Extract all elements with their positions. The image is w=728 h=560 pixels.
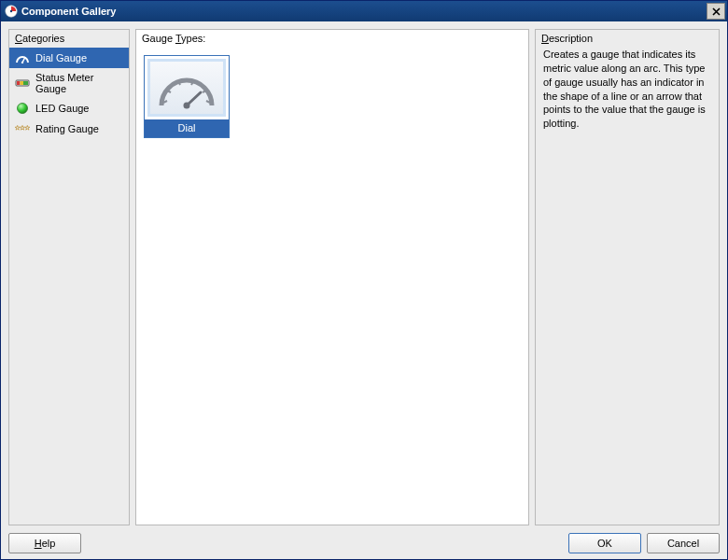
- dial-thumbnail-icon: [147, 59, 226, 117]
- gauge-types-heading: Gauge Types:: [136, 30, 528, 48]
- status-meter-icon: [15, 77, 30, 90]
- description-text: Creates a gauge that indicates its metri…: [536, 48, 719, 525]
- gauge-type-label: Dial: [145, 119, 229, 137]
- rating-stars-icon: [15, 122, 30, 135]
- category-label: LED Gauge: [35, 103, 89, 114]
- svg-point-8: [18, 104, 28, 114]
- component-gallery-dialog: Component Gallery Categories: [0, 0, 728, 560]
- close-icon: [712, 7, 721, 16]
- window-title: Component Gallery: [21, 6, 116, 17]
- dialog-body: Categories Dial Gauge: [1, 21, 727, 559]
- description-heading: Description: [536, 30, 719, 48]
- categories-panel: Categories Dial Gauge: [8, 29, 130, 525]
- led-icon: [15, 102, 30, 115]
- category-label: Status Meter Gauge: [35, 72, 123, 94]
- gauge-types-list: Dial: [136, 48, 528, 525]
- help-button[interactable]: Help: [8, 533, 81, 553]
- app-icon: [5, 5, 18, 18]
- description-panel: Description Creates a gauge that indicat…: [535, 29, 720, 525]
- svg-rect-7: [23, 81, 28, 85]
- cancel-button[interactable]: Cancel: [647, 533, 720, 553]
- category-label: Rating Gauge: [35, 123, 99, 134]
- category-status-meter-gauge[interactable]: Status Meter Gauge: [9, 68, 129, 98]
- category-led-gauge[interactable]: LED Gauge: [9, 98, 129, 119]
- titlebar: Component Gallery: [1, 1, 727, 21]
- category-label: Dial Gauge: [35, 52, 87, 63]
- category-rating-gauge[interactable]: Rating Gauge: [9, 119, 129, 139]
- svg-point-1: [10, 10, 12, 12]
- svg-point-16: [184, 103, 190, 109]
- svg-rect-5: [17, 81, 21, 85]
- categories-heading: Categories: [9, 30, 129, 48]
- category-dial-gauge[interactable]: Dial Gauge: [9, 48, 129, 68]
- svg-rect-6: [21, 81, 24, 85]
- dial-gauge-icon: [15, 51, 30, 64]
- ok-button[interactable]: OK: [568, 533, 641, 553]
- categories-list: Dial Gauge Status M: [9, 48, 129, 139]
- close-button[interactable]: [707, 3, 725, 20]
- gauge-type-dial[interactable]: Dial: [144, 55, 230, 138]
- gauge-types-panel: Gauge Types:: [135, 29, 529, 525]
- dialog-footer: Help OK Cancel: [8, 525, 720, 553]
